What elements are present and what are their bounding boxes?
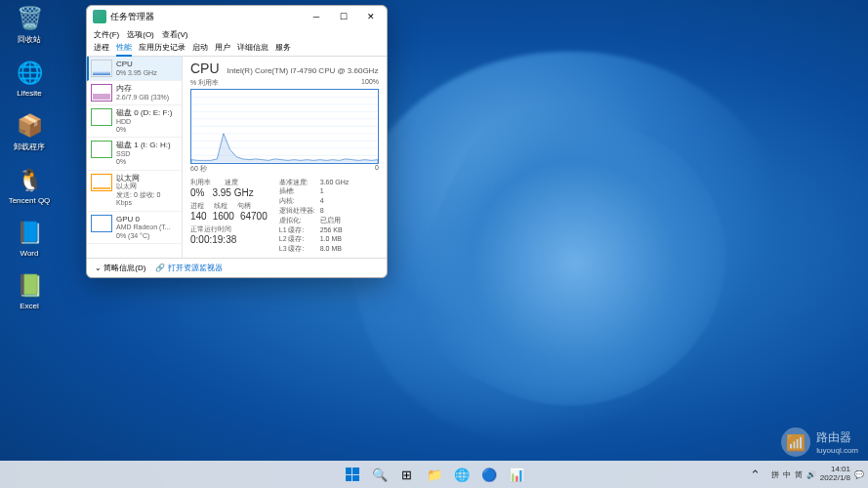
sidebar-item-name: 内存 (116, 84, 169, 94)
watermark-sub: luyouqi.com (816, 446, 858, 455)
start-button[interactable] (341, 463, 364, 486)
desktop-icon-3[interactable]: 🐧Tencent QQ (5, 167, 54, 205)
cpu-utilization-graph (190, 89, 379, 164)
browser-button[interactable]: 🔵 (477, 463, 501, 486)
graph-label-topright: 100% (361, 78, 379, 88)
desktop-icon-1[interactable]: 🌐Lifesite (5, 60, 54, 98)
desktop-icon-glyph: 📦 (16, 112, 43, 140)
spec-row-6: L2 缓存:1.0 MB (279, 234, 350, 244)
notification-icon[interactable]: 💬 (854, 470, 864, 479)
titlebar[interactable]: 任务管理器 ─ ☐ ✕ (87, 6, 387, 27)
spec-row-1: 插槽:1 (279, 186, 350, 196)
menu-item-1[interactable]: 选项(O) (127, 29, 154, 40)
taskbar-date: 2022/1/8 (820, 474, 850, 483)
sidebar-item-disk-3[interactable]: 磁盘 1 (I: G: H:)SSD0% (87, 138, 182, 170)
value-speed: 3.95 GHz (212, 187, 253, 198)
file-explorer-button[interactable]: 📁 (423, 463, 446, 486)
minimize-button[interactable]: ─ (303, 7, 330, 26)
tab-3[interactable]: 启动 (192, 42, 208, 55)
desktop-icon-0[interactable]: 🗑️回收站 (5, 5, 54, 45)
sidebar-mini-graph (91, 174, 112, 191)
window-title: 任务管理器 (110, 11, 303, 23)
sidebar-item-name: 以太网 (116, 174, 178, 183)
close-button[interactable]: ✕ (357, 7, 385, 26)
desktop-icon-label: Lifesite (17, 89, 41, 98)
desktop-icon-glyph: 🐧 (16, 167, 43, 194)
brief-info-toggle[interactable]: ⌄ 简略信息(D) (95, 263, 145, 273)
tab-1[interactable]: 性能 (116, 42, 132, 57)
desktop-icon-glyph: 🗑️ (16, 5, 43, 32)
value-utilization: 0% (190, 187, 204, 198)
ime-indicator-3[interactable]: 简 (795, 469, 803, 480)
taskbar-center: 🔍 ⊞ 📁 🌐 🔵 📊 (341, 463, 528, 486)
taskbar: 🔍 ⊞ 📁 🌐 🔵 📊 ⌃ 拼 中 简 🔊 14:01 2022/1/8 💬 (0, 461, 868, 488)
value-processes: 140 (190, 211, 207, 222)
sidebar-item-name: CPU (116, 60, 157, 69)
sidebar-item-name: 磁盘 1 (I: G: H:) (116, 141, 171, 150)
app-icon (93, 10, 106, 23)
desktop-icon-glyph: 📗 (16, 272, 43, 300)
task-manager-taskbar-button[interactable]: 📊 (505, 463, 528, 486)
desktop-icon-label: Tencent QQ (9, 196, 51, 205)
graph-label-bottomleft: 60 秒 (190, 164, 207, 174)
desktop-icons-column: 🗑️回收站🌐Lifesite📦卸载程序🐧Tencent QQ📘Word📗Exce… (5, 5, 54, 310)
menu-bar: 文件(F)选项(O)查看(V) (87, 27, 387, 42)
spec-row-3: 逻辑处理器:8 (279, 206, 350, 216)
task-view-button[interactable]: ⊞ (395, 463, 419, 486)
sidebar-item-cpu-0[interactable]: CPU0% 3.95 GHz (87, 57, 182, 81)
sidebar-mini-graph (91, 215, 112, 232)
desktop-icon-glyph: 🌐 (16, 60, 43, 87)
watermark: 📶 路由器 luyouqi.com (781, 427, 858, 457)
tray-chevron[interactable]: ⌃ (744, 463, 767, 486)
search-button[interactable]: 🔍 (368, 463, 392, 486)
cpu-stats-right: 基准速度:3.60 GHz插槽:1内核:4逻辑处理器:8虚拟化:已启用L1 缓存… (279, 178, 350, 254)
sidebar-item-net-4[interactable]: 以太网以太网发送: 0 接收: 0 Kbps (87, 171, 182, 212)
cpu-detail-panel: CPU Intel(R) Core(TM) i7-4790 CPU @ 3.60… (183, 57, 387, 258)
watermark-text: 路由器 (816, 429, 858, 446)
watermark-icon: 📶 (781, 427, 810, 457)
sidebar-mini-graph (91, 108, 112, 126)
desktop-icon-5[interactable]: 📗Excel (5, 272, 54, 310)
tab-0[interactable]: 进程 (94, 42, 109, 55)
window-footer: ⌄ 简略信息(D) 🔗 打开资源监视器 (87, 258, 387, 277)
label-processes: 进程 (190, 201, 204, 211)
sidebar-item-mem-1[interactable]: 内存2.6/7.9 GB (33%) (87, 81, 182, 105)
spec-row-7: L3 缓存:8.0 MB (279, 244, 350, 254)
menu-item-0[interactable]: 文件(F) (94, 29, 119, 40)
sidebar-item-name: 磁盘 0 (D: E: F:) (116, 108, 172, 118)
maximize-button[interactable]: ☐ (330, 7, 357, 26)
spec-row-0: 基准速度:3.60 GHz (279, 178, 350, 187)
label-uptime: 正常运行时间 (190, 224, 268, 234)
ime-indicator-2[interactable]: 中 (783, 469, 791, 480)
desktop-icon-4[interactable]: 📘Word (5, 220, 54, 258)
value-threads: 1600 (213, 211, 234, 222)
cpu-stats-left: 利用率 速度 0% 3.95 GHz 进程 线程 句柄 140 1600 (190, 178, 268, 254)
tab-4[interactable]: 用户 (215, 42, 230, 55)
desktop-icon-glyph: 📘 (16, 220, 43, 247)
label-speed: 速度 (225, 178, 238, 187)
sidebar-mini-graph (91, 60, 112, 77)
graph-label-topleft: % 利用率 (190, 78, 219, 88)
tab-2[interactable]: 应用历史记录 (139, 42, 186, 55)
volume-icon[interactable]: 🔊 (806, 470, 816, 479)
label-handles: 句柄 (237, 201, 251, 211)
menu-item-2[interactable]: 查看(V) (162, 29, 188, 40)
sidebar-item-disk-2[interactable]: 磁盘 0 (D: E: F:)HDD0% (87, 105, 182, 138)
edge-button[interactable]: 🌐 (450, 463, 474, 486)
tab-6[interactable]: 服务 (275, 42, 291, 55)
desktop-icon-label: Word (21, 249, 39, 258)
spec-row-5: L1 缓存:256 KB (279, 225, 350, 235)
taskbar-clock[interactable]: 14:01 2022/1/8 (820, 466, 850, 483)
label-utilization: 利用率 (190, 178, 211, 187)
tab-5[interactable]: 详细信息 (237, 42, 269, 55)
desktop-icon-label: 卸载程序 (14, 142, 45, 152)
detail-heading: CPU (190, 61, 220, 76)
task-manager-window: 任务管理器 ─ ☐ ✕ 文件(F)选项(O)查看(V) 进程性能应用历史记录启动… (86, 5, 388, 278)
ime-indicator-1[interactable]: 拼 (771, 469, 779, 480)
desktop-icon-label: 回收站 (18, 34, 41, 45)
value-uptime: 0:00:19:38 (190, 234, 268, 245)
open-resource-monitor-link[interactable]: 🔗 打开资源监视器 (155, 263, 222, 273)
desktop-icon-2[interactable]: 📦卸载程序 (5, 112, 54, 152)
sidebar-item-gpu-5[interactable]: GPU 0AMD Radeon (T...0% (34 °C) (87, 212, 182, 244)
value-handles: 64700 (240, 211, 268, 222)
